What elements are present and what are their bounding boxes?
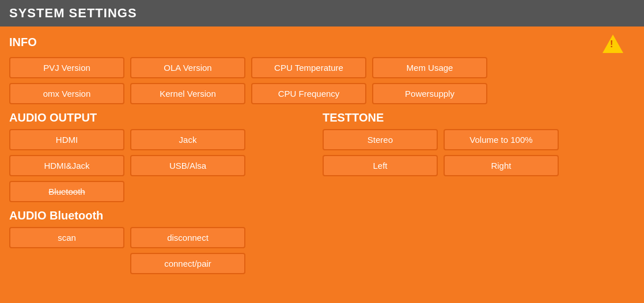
ola-version-button[interactable]: OLA Version (130, 57, 245, 78)
title-bar: SYSTEM SETTINGS (0, 0, 644, 26)
bluetooth-button[interactable]: Bluetooth (9, 181, 124, 202)
scan-button[interactable]: scan (9, 227, 124, 248)
audio-bluetooth-section: AUDIO Bluetooth scan disconnect connect/… (9, 209, 635, 274)
pvj-version-button[interactable]: PVJ Version (9, 57, 124, 78)
volume-to-100-button[interactable]: Volume to 100% (444, 129, 559, 150)
usb-alsa-button[interactable]: USB/Alsa (130, 155, 245, 176)
cpu-temperature-button[interactable]: CPU Temperature (251, 57, 366, 78)
mem-usage-button[interactable]: Mem Usage (372, 57, 487, 78)
stereo-button[interactable]: Stereo (323, 129, 438, 150)
info-section-title: INFO (9, 36, 37, 49)
warning-icon (603, 35, 623, 53)
hdmi-jack-button[interactable]: HDMI&Jack (9, 155, 124, 176)
left-button[interactable]: Left (323, 155, 438, 176)
right-button[interactable]: Right (444, 155, 559, 176)
cpu-frequency-button[interactable]: CPU Frequency (251, 83, 366, 104)
audio-output-title: AUDIO OUTPUT (9, 111, 323, 124)
hdmi-button[interactable]: HDMI (9, 129, 124, 150)
audio-output-section: AUDIO OUTPUT HDMI Jack HDMI&Jack USB/Als… (9, 109, 323, 207)
kernel-version-button[interactable]: Kernel Version (130, 83, 245, 104)
jack-button[interactable]: Jack (130, 129, 245, 150)
testtone-title: TESTTONE (323, 111, 635, 124)
info-section: INFO PVJ Version OLA Version CPU Tempera… (9, 33, 635, 104)
omx-version-button[interactable]: omx Version (9, 83, 124, 104)
disconnect-button[interactable]: disconnect (130, 227, 245, 248)
page-title: SYSTEM SETTINGS (9, 6, 137, 20)
connect-pair-button[interactable]: connect/pair (130, 253, 245, 274)
audio-bluetooth-title: AUDIO Bluetooth (9, 209, 635, 222)
testtone-section: TESTTONE Stereo Volume to 100% Left Righ… (323, 109, 635, 207)
main-content: INFO PVJ Version OLA Version CPU Tempera… (0, 26, 644, 303)
powersupply-button[interactable]: Powersupply (372, 83, 487, 104)
